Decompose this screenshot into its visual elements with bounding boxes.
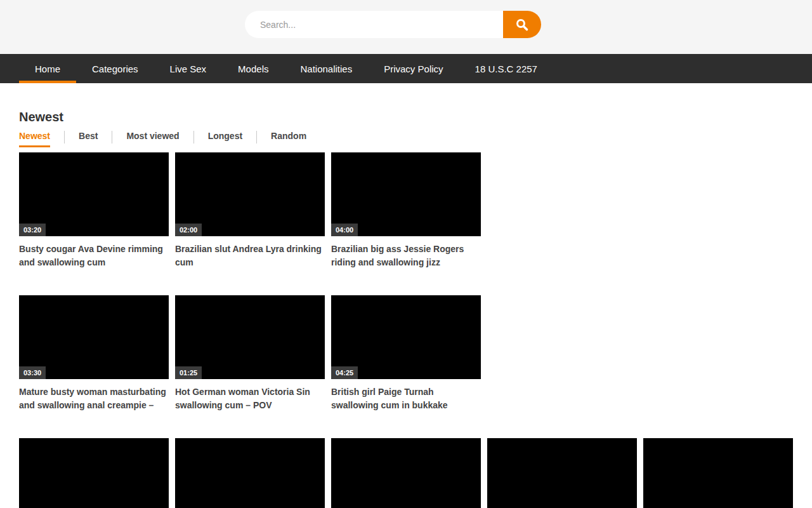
video-card xyxy=(643,438,793,508)
video-card xyxy=(19,438,169,508)
video-thumbnail[interactable] xyxy=(331,438,481,508)
tab-newest[interactable]: Newest xyxy=(19,131,50,147)
tab-longest[interactable]: Longest xyxy=(208,131,242,147)
video-card xyxy=(175,438,325,508)
tab-separator xyxy=(64,131,65,144)
search-button[interactable] xyxy=(503,11,541,38)
video-thumbnail[interactable] xyxy=(487,438,637,508)
tab-separator xyxy=(193,131,194,144)
search-icon xyxy=(515,18,529,32)
video-card: 01:25 Hot German woman Victoria Sin swal… xyxy=(175,295,325,412)
video-card: 03:20 Busty cougar Ava Devine rimming an… xyxy=(19,152,169,269)
video-title[interactable]: Busty cougar Ava Devine rimming and swal… xyxy=(19,243,169,269)
video-row: 03:20 Busty cougar Ava Devine rimming an… xyxy=(19,152,793,269)
main-content: Newest Newest Best Most viewed Longest R… xyxy=(0,110,812,508)
video-thumbnail[interactable]: 02:00 xyxy=(175,152,325,236)
video-card: 04:00 Brazilian big ass Jessie Rogers ri… xyxy=(331,152,481,269)
duration-badge: 01:25 xyxy=(175,366,202,379)
video-title[interactable]: Brazilian big ass Jessie Rogers riding a… xyxy=(331,243,481,269)
tab-separator xyxy=(256,131,257,144)
video-title[interactable]: Brazilian slut Andrea Lyra drinking cum xyxy=(175,243,325,269)
nav-item-home[interactable]: Home xyxy=(19,54,76,83)
search-bar xyxy=(245,11,541,38)
video-row xyxy=(19,438,793,508)
video-thumbnail[interactable]: 03:20 xyxy=(19,152,169,236)
tab-separator xyxy=(112,131,112,144)
nav-item-categories[interactable]: Categories xyxy=(76,54,154,83)
video-card xyxy=(487,438,637,508)
page-title: Newest xyxy=(19,110,793,124)
video-card: 02:00 Brazilian slut Andrea Lyra drinkin… xyxy=(175,152,325,269)
main-nav: Home Categories Live Sex Models National… xyxy=(0,54,812,83)
video-title[interactable]: Hot German woman Victoria Sin swallowing… xyxy=(175,385,325,412)
video-thumbnail[interactable]: 01:25 xyxy=(175,295,325,379)
video-thumbnail[interactable] xyxy=(643,438,793,508)
duration-badge: 03:30 xyxy=(19,366,46,379)
tab-most-viewed[interactable]: Most viewed xyxy=(126,131,179,147)
top-header xyxy=(0,0,812,54)
duration-badge: 04:00 xyxy=(331,224,358,236)
nav-item-nationalities[interactable]: Nationalities xyxy=(284,54,368,83)
video-grid: 03:20 Busty cougar Ava Devine rimming an… xyxy=(19,152,793,508)
search-input[interactable] xyxy=(245,11,503,38)
nav-list: Home Categories Live Sex Models National… xyxy=(0,54,812,83)
tab-random[interactable]: Random xyxy=(271,131,306,147)
nav-item-privacy-policy[interactable]: Privacy Policy xyxy=(368,54,459,83)
nav-item-2257[interactable]: 18 U.S.C 2257 xyxy=(459,54,553,83)
duration-badge: 04:25 xyxy=(331,366,358,379)
video-card: 04:25 British girl Paige Turnah swallowi… xyxy=(331,295,481,412)
nav-item-models[interactable]: Models xyxy=(222,54,284,83)
duration-badge: 03:20 xyxy=(19,224,46,236)
video-thumbnail[interactable] xyxy=(175,438,325,508)
video-thumbnail[interactable]: 04:00 xyxy=(331,152,481,236)
video-thumbnail[interactable] xyxy=(19,438,169,508)
tab-best[interactable]: Best xyxy=(79,131,98,147)
nav-item-live-sex[interactable]: Live Sex xyxy=(154,54,223,83)
video-row: 03:30 Mature busty woman masturbating an… xyxy=(19,295,793,412)
video-card: 03:30 Mature busty woman masturbating an… xyxy=(19,295,169,412)
video-thumbnail[interactable]: 04:25 xyxy=(331,295,481,379)
duration-badge: 02:00 xyxy=(175,224,202,236)
video-title[interactable]: Mature busty woman masturbating and swal… xyxy=(19,385,169,412)
sort-tabs: Newest Best Most viewed Longest Random xyxy=(19,131,793,147)
video-title[interactable]: British girl Paige Turnah swallowing cum… xyxy=(331,385,481,412)
video-thumbnail[interactable]: 03:30 xyxy=(19,295,169,379)
video-card xyxy=(331,438,481,508)
